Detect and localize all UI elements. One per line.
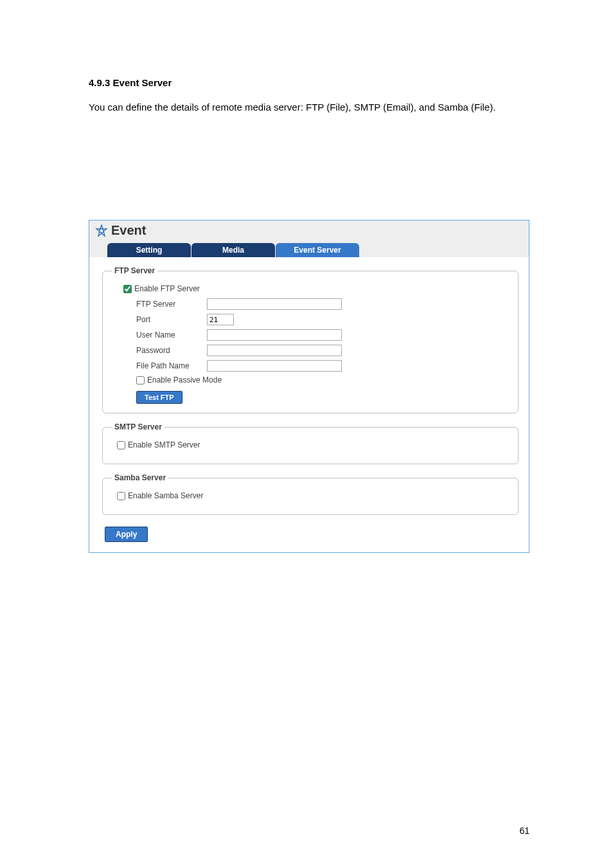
section-heading: 4.9.3 Event Server: [89, 77, 529, 88]
samba-group: Samba Server Enable Samba Server: [102, 473, 519, 515]
ftp-path-label: File Path Name: [136, 361, 207, 370]
enable-ftp-checkbox[interactable]: [123, 285, 132, 293]
tab-media[interactable]: Media: [191, 243, 275, 257]
test-ftp-button[interactable]: Test FTP: [136, 391, 182, 404]
page-number: 61: [519, 826, 529, 836]
ftp-server-label: FTP Server: [136, 300, 207, 309]
event-header: Event: [89, 221, 529, 238]
smtp-legend: SMTP Server: [112, 422, 164, 431]
smtp-group: SMTP Server Enable SMTP Server: [102, 422, 519, 464]
event-screenshot-panel: Event Setting Media Event Server FTP Ser…: [89, 220, 529, 553]
enable-smtp-label: Enable SMTP Server: [128, 440, 200, 449]
svg-point-1: [100, 229, 103, 233]
ftp-port-input[interactable]: [207, 314, 234, 325]
enable-samba-label: Enable Samba Server: [128, 491, 203, 500]
samba-legend: Samba Server: [112, 473, 168, 482]
ftp-user-label: User Name: [136, 330, 207, 339]
ftp-pass-input[interactable]: [207, 345, 342, 356]
tab-bar: Setting Media Event Server: [89, 238, 529, 257]
event-icon: [94, 224, 109, 238]
ftp-group: FTP Server Enable FTP Server FTP Server …: [102, 266, 519, 413]
enable-samba-checkbox[interactable]: [117, 492, 125, 500]
ftp-port-label: Port: [136, 315, 207, 324]
enable-ftp-label: Enable FTP Server: [134, 284, 200, 293]
section-body: You can define the details of remote med…: [89, 98, 529, 117]
ftp-user-input[interactable]: [207, 329, 342, 341]
ftp-passive-label: Enable Passive Mode: [147, 375, 222, 384]
tab-setting[interactable]: Setting: [107, 243, 191, 257]
ftp-legend: FTP Server: [112, 266, 157, 275]
event-title: Event: [111, 223, 146, 238]
tab-event-server[interactable]: Event Server: [276, 243, 359, 257]
apply-button[interactable]: Apply: [105, 527, 148, 542]
ftp-pass-label: Password: [136, 346, 207, 355]
ftp-passive-checkbox[interactable]: [136, 376, 145, 384]
enable-smtp-checkbox[interactable]: [117, 441, 125, 449]
ftp-path-input[interactable]: [207, 360, 342, 372]
ftp-server-input[interactable]: [207, 298, 342, 310]
